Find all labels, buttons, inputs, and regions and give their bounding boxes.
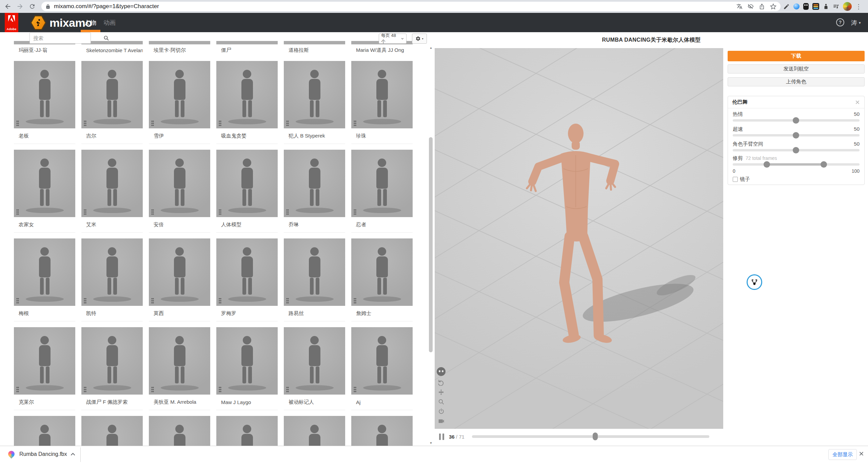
list-extension-icon[interactable] — [833, 3, 839, 10]
character-card[interactable]: 被动标记人 — [284, 327, 345, 410]
character-card[interactable]: 吉尔 — [81, 61, 143, 144]
pan-icon[interactable] — [438, 389, 445, 396]
visibility-off-icon[interactable] — [748, 3, 754, 9]
character-card[interactable]: 路易丝 — [284, 238, 345, 321]
tab-characters[interactable]: 人物 — [84, 19, 96, 27]
send-to-aero-button[interactable]: 发送到航空 — [728, 64, 865, 73]
scroll-up-icon[interactable]: ▲ — [428, 45, 434, 50]
page-size-select[interactable]: 每页 48 个 — [379, 34, 407, 44]
character-card-partial[interactable]: 僵尸 — [216, 41, 278, 56]
timeline-slider[interactable] — [472, 435, 709, 438]
character-card[interactable] — [149, 416, 210, 446]
palette-extension-icon[interactable] — [812, 3, 819, 10]
pen-extension-icon[interactable] — [783, 3, 790, 10]
character-card[interactable]: 吸血鬼贪婪 — [216, 61, 278, 144]
reload-icon[interactable] — [28, 2, 37, 11]
pause-icon[interactable] — [439, 434, 444, 440]
download-button[interactable]: 下载 — [728, 51, 865, 61]
character-card[interactable] — [351, 416, 413, 446]
mixamo-logo-icon[interactable] — [31, 15, 46, 30]
character-card-partial[interactable]: 埃里卡·阿切尔 — [149, 41, 210, 56]
chevron-up-icon[interactable] — [70, 451, 76, 458]
armspace-slider[interactable] — [733, 149, 860, 151]
browser-menu-icon[interactable]: ⋮ — [855, 3, 862, 10]
character-card[interactable]: Maw J Laygo — [216, 327, 278, 410]
character-card[interactable]: 老板 — [14, 61, 75, 144]
character-card[interactable]: 忍者 — [351, 150, 413, 233]
help-icon[interactable]: ? — [836, 18, 844, 26]
character-card[interactable]: 农家女 — [14, 150, 75, 233]
share-icon[interactable] — [759, 3, 765, 9]
character-card[interactable] — [81, 416, 143, 446]
adobe-logo[interactable]: Adobe — [5, 13, 18, 32]
character-card[interactable]: 莫西 — [149, 238, 210, 321]
user-name: 涛 — [851, 19, 857, 27]
camera-icon[interactable] — [438, 418, 445, 425]
zoom-icon[interactable] — [438, 399, 445, 405]
tab-animations[interactable]: 动画 — [103, 19, 116, 27]
profile-avatar[interactable] — [843, 2, 852, 11]
address-bar[interactable]: mixamo.com/#/?page=1&type=Character — [41, 2, 781, 11]
character-card[interactable]: 乔琳 — [284, 150, 345, 233]
character-card[interactable]: 战僵尸 F 佩德罗索 — [81, 327, 143, 410]
character-card[interactable] — [216, 416, 278, 446]
character-card[interactable]: 艾米 — [81, 150, 143, 233]
upload-character-button[interactable]: 上传角色 — [728, 77, 865, 86]
trim-slider[interactable] — [733, 163, 860, 166]
close-icon[interactable] — [855, 100, 860, 105]
power-icon[interactable] — [438, 408, 445, 415]
character-card[interactable] — [284, 416, 345, 446]
search-icon[interactable] — [103, 35, 109, 41]
character-card[interactable]: 犯人 B Styperek — [284, 61, 345, 144]
slider-handle[interactable] — [793, 132, 799, 139]
user-menu[interactable]: 涛 ▾ — [851, 19, 861, 27]
downloaded-filename[interactable]: Rumba Dancing.fbx — [19, 451, 67, 457]
mirror-checkbox[interactable] — [733, 177, 738, 182]
character-card[interactable]: 雪伊 — [149, 61, 210, 144]
character-card[interactable]: 梅根 — [14, 238, 75, 321]
show-all-button[interactable]: 全部显示 — [828, 449, 857, 460]
back-icon[interactable] — [3, 2, 12, 11]
overdrive-slider[interactable] — [733, 134, 860, 136]
search-input[interactable] — [30, 33, 103, 43]
character-thumbnail — [14, 150, 75, 217]
figure-extension-icon[interactable] — [823, 3, 829, 9]
character-figure — [104, 247, 120, 295]
scroll-down-icon[interactable]: ▼ — [428, 440, 434, 446]
character-card[interactable]: 美狄亚 M. Arrebola — [149, 327, 210, 410]
orbit-camera-icon[interactable] — [437, 367, 446, 376]
character-card[interactable]: 克莱尔 — [14, 327, 75, 410]
grid-settings-button[interactable]: ▾ — [412, 34, 427, 44]
trim-start-handle[interactable] — [764, 161, 770, 168]
slider-handle[interactable] — [793, 117, 799, 124]
bookmark-star-icon[interactable] — [770, 3, 776, 10]
character-card-partial[interactable]: 道格拉斯 — [284, 41, 345, 56]
character-card[interactable]: 珍珠 — [351, 61, 413, 144]
viewport-3d[interactable] — [435, 48, 723, 429]
character-card[interactable]: 凯特 — [81, 238, 143, 321]
slider-handle[interactable] — [793, 147, 799, 153]
chevron-down-icon: ▾ — [422, 37, 423, 40]
deer-extension-badge[interactable] — [747, 274, 762, 290]
character-card[interactable]: Aj — [351, 327, 413, 410]
character-card[interactable]: 罗梅罗 — [216, 238, 278, 321]
trim-end-handle[interactable] — [821, 161, 827, 168]
forward-icon[interactable] — [16, 2, 24, 11]
character-figure — [37, 425, 53, 446]
energy-slider[interactable] — [733, 119, 860, 122]
timeline-handle[interactable] — [593, 433, 598, 440]
library-scrollbar[interactable]: ▲ ▼ — [428, 45, 434, 446]
character-card[interactable]: 詹姆士 — [351, 238, 413, 321]
close-shelf-icon[interactable] — [859, 451, 864, 457]
sphere-extension-icon[interactable] — [793, 3, 800, 9]
character-card[interactable]: 安倍 — [149, 150, 210, 233]
url-text[interactable]: mixamo.com/#/?page=1&type=Character — [54, 3, 736, 10]
character-card[interactable] — [14, 416, 75, 446]
translate-icon[interactable] — [736, 3, 743, 9]
mirror-option[interactable]: 镜子 — [733, 176, 750, 183]
character-name: 珍珠 — [351, 128, 413, 144]
dark-extension-icon[interactable] — [803, 3, 809, 10]
scrollbar-thumb[interactable] — [429, 137, 433, 352]
character-card[interactable]: 人体模型 — [216, 150, 278, 233]
reset-view-icon[interactable] — [438, 379, 445, 386]
